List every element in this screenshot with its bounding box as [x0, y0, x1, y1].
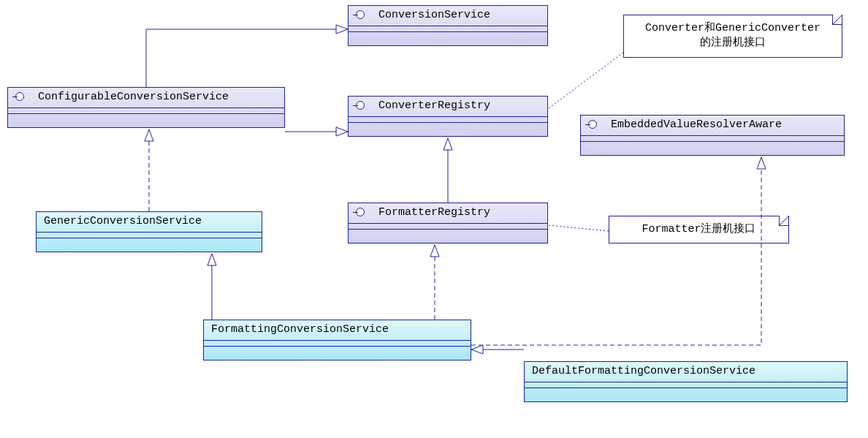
note-text-line1: Converter和GenericConverter	[645, 22, 821, 34]
class-name: DefaultFormattingConversionService	[532, 365, 755, 377]
class-generic-conversion-service[interactable]: GenericConversionService	[36, 211, 262, 252]
note-text: Formatter注册机接口	[642, 223, 755, 235]
note-text-line2: 的注册机接口	[700, 37, 766, 49]
class-name: EmbeddedValueResolverAware	[611, 118, 782, 131]
note-fold-icon	[832, 15, 842, 25]
interface-icon	[15, 92, 24, 101]
class-formatting-conversion-service[interactable]: FormattingConversionService	[203, 320, 471, 360]
class-name: ConverterRegistry	[378, 99, 490, 112]
interface-embedded-value-resolver-aware[interactable]: EmbeddedValueResolverAware	[580, 115, 845, 156]
class-name: FormatterRegistry	[378, 206, 490, 219]
class-name: ConversionService	[378, 9, 490, 21]
interface-conversion-service[interactable]: ConversionService	[348, 5, 548, 46]
note-fold-icon	[779, 216, 789, 226]
class-name: ConfigurableConversionService	[38, 91, 229, 103]
interface-icon	[356, 101, 365, 110]
class-name: GenericConversionService	[44, 215, 202, 227]
note-converter-registry: Converter和GenericConverter 的注册机接口	[623, 15, 842, 58]
interface-icon	[356, 208, 365, 216]
interface-formatter-registry[interactable]: FormatterRegistry	[348, 203, 548, 243]
interface-icon	[356, 10, 365, 19]
interface-icon	[588, 120, 597, 129]
interface-converter-registry[interactable]: ConverterRegistry	[348, 96, 548, 137]
class-name: FormattingConversionService	[211, 323, 389, 336]
class-default-formatting-conversion-service[interactable]: DefaultFormattingConversionService	[524, 361, 848, 402]
note-formatter-registry: Formatter注册机接口	[609, 216, 789, 243]
interface-configurable-conversion-service[interactable]: ConfigurableConversionService	[7, 87, 285, 128]
